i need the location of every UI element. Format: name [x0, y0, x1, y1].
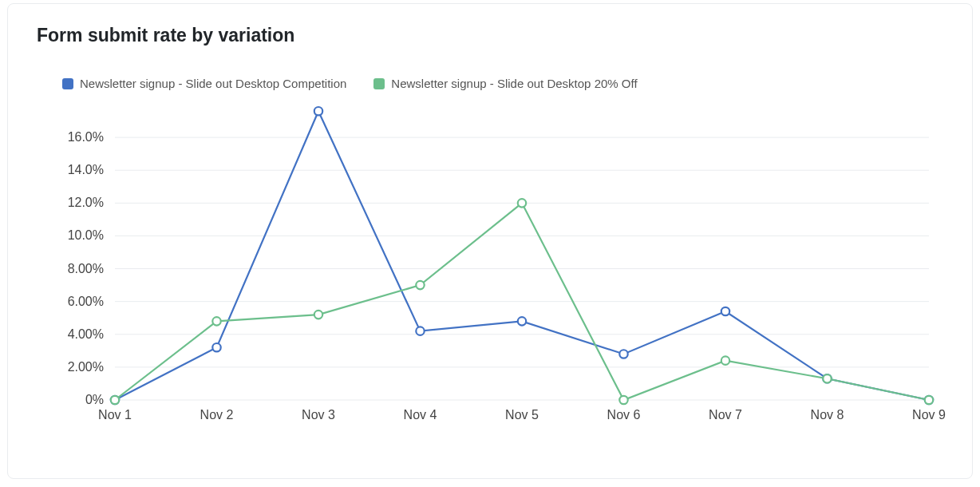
y-axis-tick-label: 4.00% [68, 327, 104, 341]
y-axis-tick-label: 10.0% [68, 228, 104, 242]
chart-title: Form submit rate by variation [37, 25, 953, 46]
legend-swatch-icon [373, 78, 385, 89]
y-axis-tick-label: 6.00% [68, 295, 104, 308]
data-point[interactable] [314, 311, 322, 319]
data-point[interactable] [314, 107, 322, 115]
data-point[interactable] [518, 317, 526, 325]
x-axis-tick-label: Nov 8 [811, 408, 844, 422]
x-axis-tick-label: Nov 9 [912, 408, 946, 422]
data-point[interactable] [212, 317, 220, 325]
chart-plot-area: 0%2.00%4.00%6.00%8.00%10.0%12.0%14.0%16.… [27, 97, 953, 432]
x-axis-tick-label: Nov 3 [302, 408, 335, 422]
y-axis-tick-label: 2.00% [68, 360, 104, 374]
legend-label: Newsletter signup - Slide out Desktop 20… [391, 77, 637, 90]
x-axis-tick-label: Nov 4 [404, 408, 437, 422]
legend-item-competition[interactable]: Newsletter signup - Slide out Desktop Co… [62, 77, 346, 90]
legend-item-20off[interactable]: Newsletter signup - Slide out Desktop 20… [373, 77, 637, 90]
legend-swatch-icon [62, 78, 73, 89]
x-axis-tick-label: Nov 6 [607, 408, 641, 422]
chart-legend: Newsletter signup - Slide out Desktop Co… [62, 77, 953, 90]
y-axis-tick-label: 0% [85, 393, 104, 406]
data-point[interactable] [721, 307, 729, 315]
data-point[interactable] [212, 343, 220, 351]
legend-label: Newsletter signup - Slide out Desktop Co… [80, 77, 346, 90]
data-point[interactable] [416, 327, 424, 335]
x-axis-tick-label: Nov 5 [505, 408, 539, 422]
data-point[interactable] [721, 356, 729, 364]
data-point[interactable] [619, 350, 627, 358]
x-axis-tick-label: Nov 1 [98, 408, 132, 422]
x-axis-tick-label: Nov 2 [200, 408, 234, 422]
data-point[interactable] [619, 396, 627, 404]
data-point[interactable] [518, 199, 526, 207]
data-point[interactable] [416, 281, 424, 289]
data-point[interactable] [823, 374, 831, 382]
x-axis-tick-label: Nov 7 [709, 408, 742, 422]
y-axis-tick-label: 12.0% [68, 196, 104, 209]
data-point[interactable] [925, 396, 933, 404]
data-point[interactable] [111, 396, 119, 404]
chart-card: Form submit rate by variation Newsletter… [7, 3, 973, 479]
y-axis-tick-label: 16.0% [68, 130, 104, 144]
line-chart-svg: 0%2.00%4.00%6.00%8.00%10.0%12.0%14.0%16.… [27, 97, 953, 432]
y-axis-tick-label: 8.00% [68, 262, 104, 275]
series-line-0 [115, 111, 929, 400]
y-axis-tick-label: 14.0% [68, 163, 104, 176]
